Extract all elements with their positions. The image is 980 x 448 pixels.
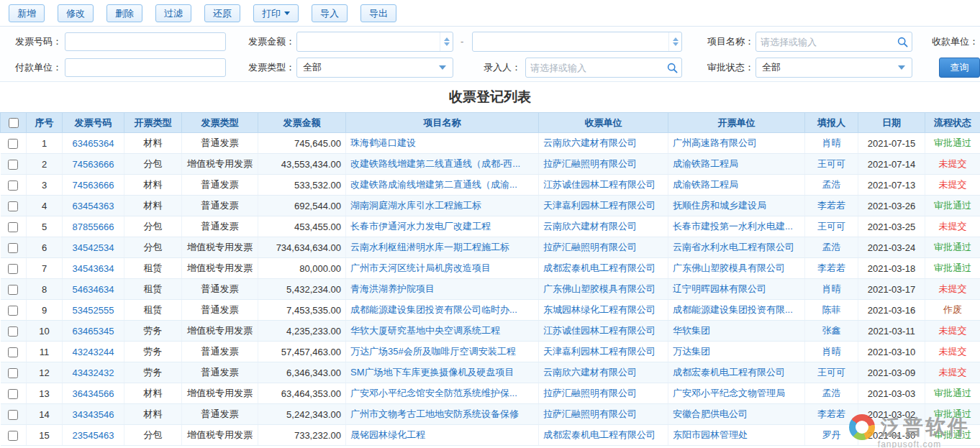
export-button[interactable]: 导出 bbox=[360, 4, 396, 22]
table-row[interactable]: 634542534分包增值税专用发票734,634,634.00云南水利枢纽潜明… bbox=[1, 237, 980, 258]
filler-link[interactable]: 王可可 bbox=[805, 216, 858, 237]
issuer-unit-link[interactable]: 广州高速路有限公司 bbox=[668, 133, 805, 154]
project-name-link[interactable]: 青海洪湖养护院项目 bbox=[346, 279, 539, 300]
invoice-number-link[interactable]: 54634634 bbox=[63, 279, 124, 300]
search-button[interactable]: 查询 bbox=[939, 58, 980, 78]
project-name-link[interactable]: 云南水利枢纽潜明水库一期工程施工标 bbox=[346, 237, 539, 258]
row-checkbox[interactable] bbox=[8, 306, 18, 316]
filler-link[interactable]: 孟浩 bbox=[805, 237, 858, 258]
table-row[interactable]: 463454363材料普通发票692,544.00湖南洞庭湖水库引水工程施工标天… bbox=[1, 196, 980, 216]
project-name-link[interactable]: 珠海鹤港口建设 bbox=[346, 133, 539, 154]
issuer-unit-link[interactable]: 成都宏泰机电工程有限公司 bbox=[668, 362, 805, 383]
payee-unit-link[interactable]: 广东佛山塑胶模具有限公司 bbox=[539, 279, 668, 300]
print-button[interactable]: 打印 bbox=[253, 4, 299, 22]
project-name-link[interactable]: 湖南洞庭湖水库引水工程施工标 bbox=[346, 196, 539, 216]
amount-to-input[interactable] bbox=[473, 32, 668, 51]
row-checkbox[interactable] bbox=[8, 139, 18, 149]
select-all-checkbox[interactable] bbox=[9, 118, 19, 128]
project-name-link[interactable]: 万达广场35#会所及咖啡厅空调安装工程 bbox=[346, 342, 539, 362]
project-name-link[interactable]: SM广场地下车库更换摄像机及硬盘项目 bbox=[346, 362, 539, 383]
number-stepper-icon[interactable] bbox=[440, 32, 453, 51]
add-button[interactable]: 新增 bbox=[9, 4, 45, 22]
import-button[interactable]: 导入 bbox=[312, 4, 348, 22]
table-row[interactable]: 854634634租赁普通发票5,432,234.00青海洪湖养护院项目广东佛山… bbox=[1, 279, 980, 300]
row-checkbox[interactable] bbox=[8, 368, 18, 378]
invoice-number-link[interactable]: 63454363 bbox=[63, 196, 124, 216]
issuer-unit-link[interactable]: 华软集团 bbox=[668, 321, 805, 342]
payee-unit-link[interactable]: 云南欣六建材有限公司 bbox=[539, 216, 668, 237]
filler-link[interactable]: 肖晴 bbox=[805, 342, 858, 362]
issuer-unit-link[interactable]: 广安邓小平纪念文物管理局 bbox=[668, 383, 805, 404]
invoice-number-link[interactable]: 43432432 bbox=[63, 362, 124, 383]
table-row[interactable]: 374563666材料普通发票533,532.00改建铁路成渝线增建第二直通线（… bbox=[1, 175, 980, 196]
payee-unit-link[interactable]: 江苏诚佳园林工程有限公司 bbox=[539, 321, 668, 342]
issuer-unit-link[interactable]: 云南省水利水电工程有限公司 bbox=[668, 237, 805, 258]
issuer-unit-link[interactable]: 万达集团 bbox=[668, 342, 805, 362]
project-name-link[interactable]: 广安邓小平纪念馆安全防范系统维护保... bbox=[346, 383, 539, 404]
row-checkbox[interactable] bbox=[8, 431, 18, 441]
number-stepper-icon[interactable] bbox=[668, 32, 681, 51]
filler-link[interactable]: 陈菲 bbox=[805, 300, 858, 321]
row-checkbox[interactable] bbox=[8, 201, 18, 211]
restore-button[interactable]: 还原 bbox=[204, 4, 240, 22]
row-checkbox[interactable] bbox=[8, 326, 18, 337]
project-name-link[interactable]: 广州市文物考古工地地安防系统设备保修 bbox=[346, 404, 539, 425]
payee-unit-link[interactable]: 江苏诚佳园林工程有限公司 bbox=[539, 175, 668, 196]
payee-unit-link[interactable]: 拉萨汇融照明有限公司 bbox=[539, 383, 668, 404]
row-checkbox[interactable] bbox=[8, 222, 18, 232]
payee-unit-link[interactable]: 东城园林绿化工程有限公司 bbox=[539, 300, 668, 321]
invoice-number-link[interactable]: 36434566 bbox=[63, 383, 124, 404]
project-name-link[interactable]: 改建铁路成渝线增建第二直通线（成渝... bbox=[346, 175, 539, 196]
table-row[interactable]: 163465364材料普通发票745,645.00珠海鹤港口建设云南欣六建材有限… bbox=[1, 133, 980, 154]
invoice-number-link[interactable]: 43243244 bbox=[63, 342, 124, 362]
entry-person-input[interactable] bbox=[526, 58, 663, 77]
row-checkbox[interactable] bbox=[8, 180, 18, 191]
invoice-number-input[interactable] bbox=[65, 32, 226, 51]
search-icon[interactable] bbox=[893, 37, 912, 47]
table-row[interactable]: 1523545463分包增值税专用发票733,232.00晟铭园林绿化工程成都宏… bbox=[1, 425, 980, 446]
amount-from-input[interactable] bbox=[297, 32, 440, 51]
invoice-type-select[interactable]: 全部 bbox=[296, 58, 453, 78]
table-row[interactable]: 587855666分包普通发票453,455.00长春市伊通河水力发电厂改建工程… bbox=[1, 216, 980, 237]
invoice-number-link[interactable]: 53452555 bbox=[63, 300, 124, 321]
row-checkbox[interactable] bbox=[8, 389, 18, 399]
payee-unit-link[interactable]: 拉萨汇融照明有限公司 bbox=[539, 404, 668, 425]
invoice-number-link[interactable]: 74563666 bbox=[63, 175, 124, 196]
project-name-link[interactable]: 成都能源建设集团投资有限公司临时办... bbox=[346, 300, 539, 321]
invoice-number-link[interactable]: 23545463 bbox=[63, 425, 124, 446]
project-name-link[interactable]: 广州市天河区统计局机房改造项目 bbox=[346, 258, 539, 279]
payee-unit-link[interactable]: 拉萨汇融照明有限公司 bbox=[539, 237, 668, 258]
issuer-unit-link[interactable]: 抚顺住房和城乡建设局 bbox=[668, 196, 805, 216]
payee-unit-link[interactable]: 天津嘉利园林工程有限公司 bbox=[539, 342, 668, 362]
filler-link[interactable]: 肖晴 bbox=[805, 279, 858, 300]
project-name-link[interactable]: 晟铭园林绿化工程 bbox=[346, 425, 539, 446]
filler-link[interactable]: 李若若 bbox=[805, 404, 858, 425]
invoice-number-link[interactable]: 74563666 bbox=[63, 154, 124, 175]
row-checkbox[interactable] bbox=[8, 285, 18, 295]
payee-unit-link[interactable]: 成都宏泰机电工程有限公司 bbox=[539, 258, 668, 279]
issuer-unit-link[interactable]: 成渝铁路工程局 bbox=[668, 175, 805, 196]
delete-button[interactable]: 删除 bbox=[106, 4, 142, 22]
row-checkbox[interactable] bbox=[8, 410, 18, 420]
row-checkbox[interactable] bbox=[8, 264, 18, 274]
filler-link[interactable]: 李若若 bbox=[805, 196, 858, 216]
payee-unit-link[interactable]: 云南欣六建材有限公司 bbox=[539, 133, 668, 154]
table-row[interactable]: 734543634租赁增值税专用发票80,000.00广州市天河区统计局机房改造… bbox=[1, 258, 980, 279]
table-row[interactable]: 953452555租赁普通发票7,453,535.00成都能源建设集团投资有限公… bbox=[1, 300, 980, 321]
issuer-unit-link[interactable]: 广东佛山塑胶模具有限公司 bbox=[668, 258, 805, 279]
table-row[interactable]: 1243432432劳务普通发票6,346,343.00SM广场地下车库更换摄像… bbox=[1, 362, 980, 383]
payee-unit-link[interactable]: 成都宏泰机电工程有限公司 bbox=[539, 425, 668, 446]
table-row[interactable]: 1336434566材料增值税专用发票63,464,353.00广安邓小平纪念馆… bbox=[1, 383, 980, 404]
filler-link[interactable]: 王可可 bbox=[805, 154, 858, 175]
project-name-link[interactable]: 华软大厦研究基地中央空调系统工程 bbox=[346, 321, 539, 342]
row-checkbox[interactable] bbox=[8, 243, 18, 253]
issuer-unit-link[interactable]: 长春市建投第一水利水电建... bbox=[668, 216, 805, 237]
payee-unit-link[interactable]: 云南欣六建材有限公司 bbox=[539, 362, 668, 383]
table-row[interactable]: 1434343546材料普通发票5,242,343.00广州市文物考古工地地安防… bbox=[1, 404, 980, 425]
invoice-number-link[interactable]: 63465364 bbox=[63, 133, 124, 154]
issuer-unit-link[interactable]: 安徽合肥供电公司 bbox=[668, 404, 805, 425]
filler-link[interactable]: 李若若 bbox=[805, 258, 858, 279]
invoice-number-link[interactable]: 34542534 bbox=[63, 237, 124, 258]
row-checkbox[interactable] bbox=[8, 160, 18, 170]
project-name-link[interactable]: 改建铁路线增建第二线直通线（成都-西... bbox=[346, 154, 539, 175]
